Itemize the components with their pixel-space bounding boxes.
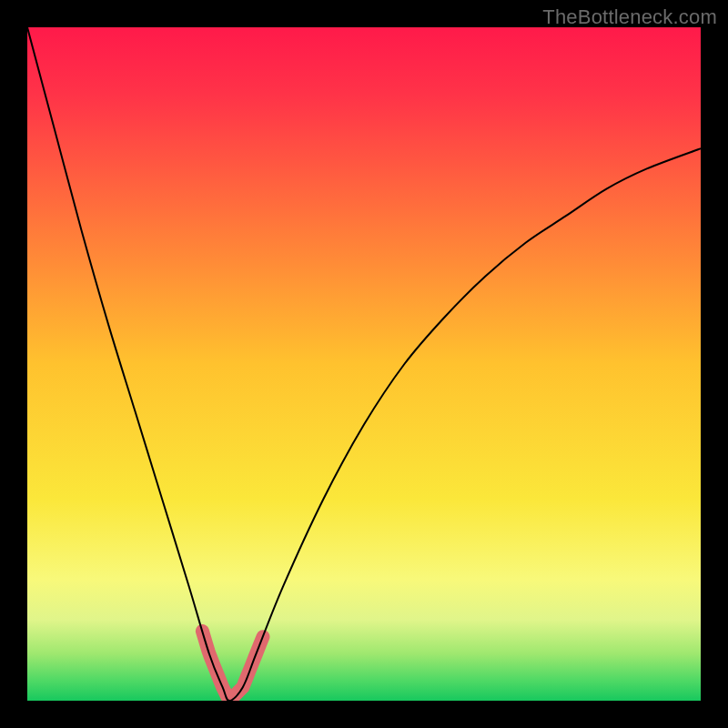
watermark-text: TheBottleneck.com bbox=[542, 5, 717, 29]
chart-background-gradient bbox=[27, 27, 701, 701]
chart-frame: TheBottleneck.com bbox=[0, 0, 728, 728]
svg-rect-0 bbox=[27, 27, 701, 701]
chart-plot-area bbox=[27, 27, 701, 701]
